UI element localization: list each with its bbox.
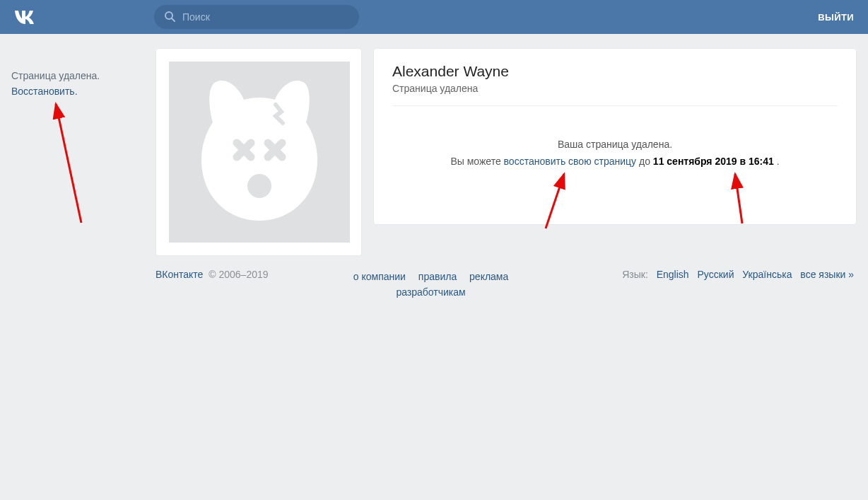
logout-link[interactable]: ВЫЙТИ [818, 12, 854, 23]
sidebar-restore-link[interactable]: Восстановить. [11, 86, 78, 97]
page-body: Alexander Wayne Страница удалена Ваша ст… [156, 48, 857, 300]
footer-link-ads[interactable]: реклама [469, 271, 508, 282]
left-sidebar: Страница удалена. Восстановить. [11, 68, 139, 99]
footer-brand-block: ВКонтакте © 2006–2019 [156, 269, 269, 280]
topbar: ВЫЙТИ [0, 0, 868, 34]
profile-main-card: Alexander Wayne Страница удалена Ваша ст… [373, 48, 857, 225]
deleted-notice: Ваша страница удалена. Вы можете восстан… [392, 136, 838, 170]
lang-ukrainian[interactable]: Українська [742, 269, 792, 280]
footer-brand-link[interactable]: ВКонтакте [156, 269, 203, 280]
notice-deadline-date: 11 сентября 2019 в 16:41 [653, 156, 774, 167]
lang-all[interactable]: все языки » [800, 269, 854, 280]
lang-english[interactable]: English [657, 269, 689, 280]
notice-line2: Вы можете восстановить свою страницу до … [392, 153, 838, 170]
lang-russian[interactable]: Русский [698, 269, 734, 280]
footer-link-about[interactable]: о компании [353, 271, 406, 282]
deactivated-avatar-icon [169, 62, 350, 243]
footer-link-devs[interactable]: разработчикам [396, 286, 465, 298]
search-bar[interactable] [154, 5, 359, 29]
notice-prefix: Вы можете [450, 156, 503, 167]
annotation-arrow-icon [42, 95, 99, 230]
profile-photo-card [156, 48, 362, 256]
svg-line-7 [56, 104, 81, 223]
restore-page-link[interactable]: восстановить свою страницу [504, 156, 637, 167]
footer-copyright: © 2006–2019 [206, 269, 268, 280]
footer-link-rules[interactable]: правила [418, 271, 457, 282]
profile-status: Страница удалена [392, 83, 838, 106]
footer-links: о компании правила реклама разработчикам [336, 269, 527, 300]
language-label: Язык: [622, 269, 648, 280]
vk-logo-icon[interactable] [13, 8, 41, 25]
profile-name: Alexander Wayne [392, 63, 838, 80]
sidebar-deleted-text: Страница удалена. [11, 68, 139, 83]
notice-line1: Ваша страница удалена. [392, 136, 838, 153]
svg-line-1 [172, 18, 175, 21]
notice-suffix: . [777, 156, 780, 167]
svg-point-6 [247, 174, 271, 198]
footer: ВКонтакте © 2006–2019 о компании правила… [156, 269, 857, 300]
search-icon [164, 11, 182, 24]
search-input[interactable] [182, 11, 349, 23]
notice-middle: до [639, 156, 653, 167]
footer-language: Язык: English Русский Українська все язы… [622, 269, 857, 280]
